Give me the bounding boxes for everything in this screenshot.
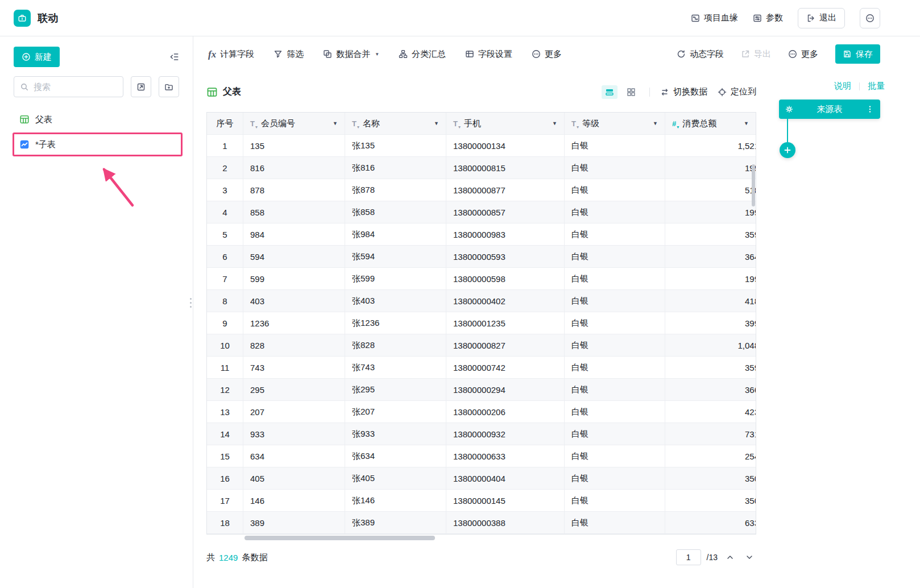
- table-cell: 1,521: [665, 135, 756, 157]
- calc-field-button[interactable]: fx 计算字段: [208, 49, 254, 60]
- batch-link[interactable]: 批量: [868, 81, 885, 92]
- table-cell: 白银: [565, 512, 665, 534]
- table-cell: 13800000815: [446, 157, 565, 179]
- card-view-toggle[interactable]: [623, 85, 639, 99]
- table-cell: 399: [665, 312, 756, 334]
- column-dropdown-arrow[interactable]: ▼: [649, 121, 658, 126]
- export-button[interactable]: 导出: [741, 49, 771, 60]
- table-cell: 13800000402: [446, 290, 565, 312]
- table-cell: 白银: [565, 290, 665, 312]
- pagination: /13: [676, 549, 756, 565]
- table-row[interactable]: 17146张14613800000145白银350: [207, 490, 756, 512]
- table-row[interactable]: 8403张40313800000402白银418: [207, 290, 756, 312]
- table-cell: 518: [665, 179, 756, 201]
- toolbar-more-left-button[interactable]: 更多: [532, 49, 562, 60]
- column-header[interactable]: T▾名称▼: [345, 113, 446, 135]
- collapse-sidebar-button[interactable]: [169, 52, 179, 62]
- field-settings-button[interactable]: 字段设置: [465, 49, 512, 60]
- table-row[interactable]: 12295张29513800000294白银366: [207, 379, 756, 401]
- toolbar-more-right-button[interactable]: 更多: [788, 49, 818, 60]
- table-cell: 13800001235: [446, 312, 565, 334]
- column-dropdown-arrow[interactable]: ▼: [430, 121, 439, 126]
- plus-circle-icon: [22, 52, 31, 61]
- table-cell: 199: [665, 268, 756, 290]
- table-cell: 张634: [345, 445, 446, 467]
- project-lineage-button[interactable]: 项目血缘: [691, 13, 738, 23]
- table-footer: 共 1249 条数据 /13: [206, 543, 756, 572]
- search-input[interactable]: [34, 82, 117, 92]
- new-folder-button[interactable]: [159, 76, 179, 97]
- open-external-button[interactable]: [131, 76, 151, 97]
- page-up-button[interactable]: [723, 550, 737, 564]
- column-header[interactable]: T▾手机▼: [446, 113, 565, 135]
- group-summary-button[interactable]: 分类汇总: [399, 49, 446, 60]
- table-cell: 3: [207, 179, 243, 201]
- save-button[interactable]: 保存: [835, 44, 880, 64]
- new-button[interactable]: 新建: [14, 47, 60, 67]
- gear-icon: [785, 105, 794, 114]
- sidebar-resize-handle[interactable]: [190, 298, 192, 308]
- params-button[interactable]: 参数: [753, 13, 783, 23]
- row-count-value: 1249: [219, 553, 238, 562]
- table-cell: 13800000983: [446, 223, 565, 246]
- table-row[interactable]: 11743张74313800000742白银359: [207, 357, 756, 379]
- top-header: 联动 项目血缘 参数: [0, 0, 920, 36]
- column-label: 等级: [582, 118, 599, 129]
- doc-link[interactable]: 说明: [834, 81, 851, 92]
- table-row[interactable]: 6594张59413800000593白银364: [207, 246, 756, 268]
- sidebar-item-child-table[interactable]: *子表: [13, 132, 183, 156]
- column-dropdown-arrow[interactable]: ▼: [740, 121, 749, 126]
- sidebar-item-parent-table[interactable]: 父表: [13, 107, 183, 131]
- table-cell: 18: [207, 512, 243, 534]
- table-cell: 207: [243, 401, 345, 423]
- table-view-toggle[interactable]: [602, 85, 618, 99]
- header-more-button[interactable]: [860, 8, 880, 28]
- filter-button[interactable]: 筛选: [273, 49, 304, 60]
- table-title: 父表: [206, 86, 241, 98]
- table-cell: 14: [207, 423, 243, 445]
- kebab-menu-icon[interactable]: [865, 105, 875, 114]
- table-row[interactable]: 7599张59913800000598白银199: [207, 268, 756, 290]
- table-cell: 13800000593: [446, 246, 565, 268]
- table-cell: 白银: [565, 379, 665, 401]
- column-dropdown-arrow[interactable]: ▼: [329, 121, 338, 126]
- switch-data-button[interactable]: 切换数据: [660, 86, 707, 97]
- locate-button[interactable]: 定位到: [718, 86, 756, 97]
- more-circle-icon: [865, 14, 875, 23]
- table-row[interactable]: 2816张81613800000815白银199: [207, 157, 756, 179]
- page-down-button[interactable]: [743, 550, 756, 564]
- table-row[interactable]: 5984张98413800000983白银359: [207, 223, 756, 246]
- column-header[interactable]: #▾消费总额▼: [665, 113, 756, 135]
- table-row[interactable]: 18389张38913800000388白银633: [207, 512, 756, 534]
- add-node-button[interactable]: [780, 142, 795, 158]
- table-cell: 199: [665, 201, 756, 223]
- data-table: 序号T▾会员编号▼T▾名称▼T▾手机▼T▾等级▼#▾消费总额▼ 1135张135…: [206, 112, 756, 535]
- table-row[interactable]: 13207张20713800000206白银423: [207, 401, 756, 423]
- exit-button[interactable]: 退出: [798, 8, 845, 28]
- table-row[interactable]: 15634张63413800000633白银254: [207, 445, 756, 467]
- column-header[interactable]: T▾等级▼: [565, 113, 665, 135]
- column-header[interactable]: 序号: [207, 113, 243, 135]
- vertical-scrollbar[interactable]: [752, 164, 755, 206]
- table-row[interactable]: 4858张85813800000857白银199: [207, 201, 756, 223]
- table-row[interactable]: 14933张93313800000932白银731: [207, 423, 756, 445]
- horizontal-scrollbar[interactable]: [244, 536, 435, 540]
- table-row[interactable]: 91236张123613800001235白银399: [207, 312, 756, 334]
- table-cell: 254: [665, 445, 756, 467]
- page-input[interactable]: [676, 549, 701, 565]
- table-body: 1135张13513800000134白银1,5212816张816138000…: [207, 135, 756, 534]
- source-table-node[interactable]: 来源表: [779, 100, 880, 119]
- table-row[interactable]: 16405张40513800000404白银350: [207, 467, 756, 490]
- column-header[interactable]: T▾会员编号▼: [243, 113, 345, 135]
- table-cell: 白银: [565, 179, 665, 201]
- table-row[interactable]: 10828张82813800000827白银1,048: [207, 334, 756, 357]
- table-cell: 1: [207, 135, 243, 157]
- data-merge-button[interactable]: 数据合并 ▼: [323, 49, 379, 60]
- table-cell: 15: [207, 445, 243, 467]
- table-row[interactable]: 3878张87813800000877白银518: [207, 179, 756, 201]
- column-dropdown-arrow[interactable]: ▼: [549, 121, 557, 126]
- table-cell: 10: [207, 334, 243, 357]
- table-cell: 13800000145: [446, 490, 565, 512]
- dynamic-field-button[interactable]: 动态字段: [677, 49, 724, 60]
- table-row[interactable]: 1135张13513800000134白银1,521: [207, 135, 756, 157]
